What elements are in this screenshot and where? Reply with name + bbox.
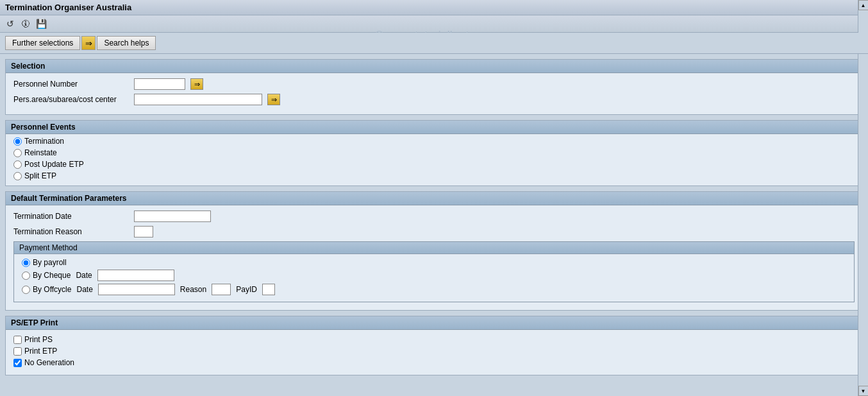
by-offcycle-radio[interactable] [22, 286, 30, 294]
payment-method-section: Payment Method By payroll By Cheque Date [13, 241, 855, 302]
selection-section: Selection Personnel Number ⇒ Pers.area/s… [5, 59, 863, 115]
print-etp-row: Print ETP [13, 347, 855, 356]
by-cheque-date-input[interactable] [97, 270, 174, 281]
split-etp-radio[interactable] [13, 172, 22, 180]
termination-date-row: Termination Date [13, 211, 855, 222]
by-cheque-date-label: Date [76, 271, 92, 280]
ps-etp-header: PS/ETP Print [6, 316, 862, 330]
print-ps-row: Print PS [13, 335, 855, 344]
post-update-etp-radio[interactable] [13, 160, 22, 169]
further-selections-button[interactable]: Further selections [5, 36, 80, 50]
termination-date-label: Termination Date [13, 212, 129, 221]
no-generation-checkbox[interactable] [13, 359, 22, 367]
termination-date-input[interactable] [134, 211, 211, 222]
page-wrapper: Termination Organiser Australia ↺ 🛈 💾 © … [0, 0, 868, 396]
selection-section-header: Selection [6, 60, 862, 73]
post-update-etp-radio-row: Post Update ETP [13, 160, 855, 169]
by-payroll-label: By payroll [33, 258, 67, 267]
post-update-etp-radio-label: Post Update ETP [24, 160, 84, 169]
termination-radio-row: Termination [13, 137, 855, 146]
by-offcycle-label: By Offcycle [33, 285, 71, 294]
by-offcycle-reason-label: Reason [180, 285, 206, 294]
scroll-up-arrow[interactable]: ▲ [858, 0, 869, 10]
back-icon[interactable]: ↺ [4, 17, 17, 30]
payment-method-header: Payment Method [14, 242, 854, 254]
by-cheque-radio[interactable] [22, 271, 30, 280]
reinstate-radio-row: Reinstate [13, 148, 855, 157]
default-termination-section: Default Termination Parameters Terminati… [5, 191, 863, 311]
termination-radio[interactable] [13, 137, 22, 146]
pers-area-row: Pers.area/subarea/cost center ⇒ [13, 94, 855, 105]
by-offcycle-date-input[interactable] [98, 284, 175, 295]
info-icon[interactable]: 🛈 [19, 17, 32, 30]
personnel-events-body: Termination Reinstate Post Update ETP Sp… [6, 134, 862, 185]
by-cheque-row: By Cheque Date [22, 270, 846, 281]
print-etp-label: Print ETP [24, 347, 57, 356]
ps-etp-body: Print PS Print ETP No Generation [6, 330, 862, 375]
personnel-events-section: Personnel Events Termination Reinstate P… [5, 120, 863, 186]
default-termination-header: Default Termination Parameters [6, 192, 862, 205]
print-etp-checkbox[interactable] [13, 347, 22, 356]
print-ps-checkbox[interactable] [13, 336, 22, 344]
save-icon[interactable]: 💾 [35, 17, 47, 30]
pers-area-label: Pers.area/subarea/cost center [13, 95, 129, 104]
by-offcycle-row: By Offcycle Date Reason PayID [22, 284, 846, 295]
title-bar: Termination Organiser Australia [0, 0, 868, 15]
page-title: Termination Organiser Australia [5, 3, 131, 12]
pers-area-input[interactable] [134, 94, 262, 105]
by-payroll-row: By payroll [22, 258, 846, 267]
scroll-down-arrow[interactable]: ▼ [858, 386, 869, 396]
termination-reason-row: Termination Reason [13, 226, 855, 237]
ps-etp-section: PS/ETP Print Print PS Print ETP No Gener… [5, 316, 863, 375]
personnel-number-input[interactable] [134, 78, 185, 90]
by-offcycle-payid-label: PayID [236, 285, 257, 294]
split-etp-radio-label: Split ETP [24, 171, 56, 180]
print-ps-label: Print PS [24, 335, 53, 344]
termination-reason-input[interactable] [134, 226, 153, 237]
main-content: Selection Personnel Number ⇒ Pers.area/s… [0, 54, 868, 392]
reinstate-radio[interactable] [13, 149, 22, 157]
by-payroll-radio[interactable] [22, 259, 30, 267]
termination-reason-label: Termination Reason [13, 227, 129, 236]
selection-section-body: Personnel Number ⇒ Pers.area/subarea/cos… [6, 73, 862, 114]
by-offcycle-date-label: Date [76, 285, 92, 294]
personnel-events-header: Personnel Events [6, 121, 862, 134]
toolbar: ↺ 🛈 💾 © www.tutorialkart.com [0, 15, 868, 33]
payment-method-body: By payroll By Cheque Date By Offcycle Da… [14, 254, 854, 302]
by-offcycle-payid-input[interactable] [262, 284, 275, 295]
personnel-number-row: Personnel Number ⇒ [13, 78, 855, 90]
termination-radio-label: Termination [24, 137, 64, 146]
personnel-number-search-icon[interactable]: ⇒ [190, 78, 203, 90]
right-scrollbar[interactable]: ▲ ▼ [858, 0, 868, 396]
by-cheque-label: By Cheque [33, 271, 71, 280]
no-generation-row: No Generation [13, 358, 855, 367]
pers-area-search-icon[interactable]: ⇒ [267, 94, 280, 105]
split-etp-radio-row: Split ETP [13, 171, 855, 180]
personnel-number-label: Personnel Number [13, 80, 129, 89]
default-termination-body: Termination Date Termination Reason Paym… [6, 205, 862, 310]
button-bar: Further selections ⇒ Search helps [0, 33, 868, 54]
search-helps-arrow-icon: ⇒ [81, 36, 96, 50]
by-offcycle-reason-input[interactable] [212, 284, 231, 295]
search-helps-button[interactable]: Search helps [97, 36, 156, 50]
reinstate-radio-label: Reinstate [24, 148, 57, 157]
no-generation-label: No Generation [24, 358, 74, 367]
